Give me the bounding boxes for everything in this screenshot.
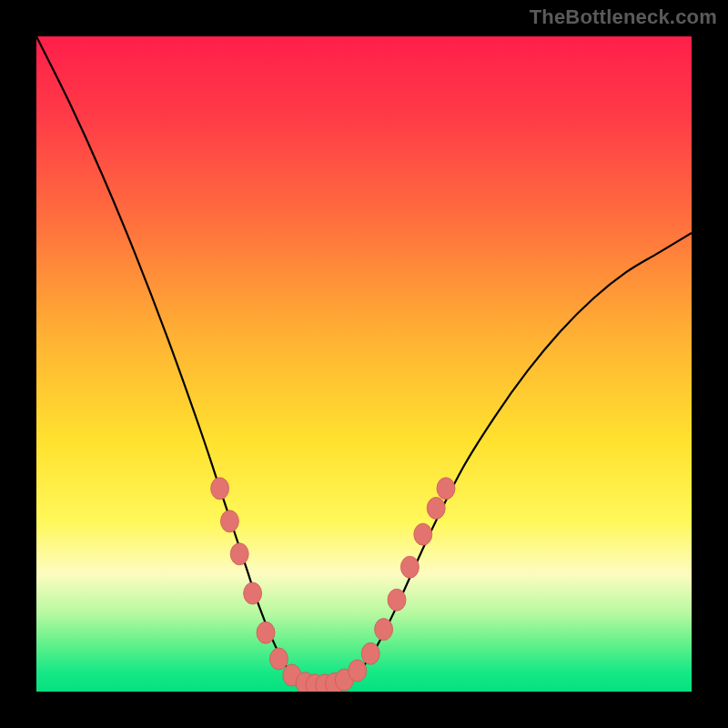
data-marker xyxy=(400,556,419,578)
data-marker xyxy=(375,619,393,641)
data-marker xyxy=(220,511,238,532)
chart-frame: TheBottleneck.com xyxy=(0,0,728,728)
data-marker xyxy=(269,648,288,670)
bottleneck-curve xyxy=(36,36,692,685)
curve-svg xyxy=(36,36,692,692)
data-marker xyxy=(437,478,455,500)
data-marker xyxy=(349,660,367,682)
data-marker xyxy=(257,622,275,643)
marker-group xyxy=(211,478,455,692)
attribution-label: TheBottleneck.com xyxy=(530,5,717,29)
data-marker xyxy=(244,582,262,604)
data-marker xyxy=(230,543,248,565)
data-marker xyxy=(211,478,229,500)
data-marker xyxy=(414,523,432,545)
plot-area xyxy=(36,36,692,692)
data-marker xyxy=(388,589,406,611)
data-marker xyxy=(427,497,445,519)
data-marker xyxy=(361,642,379,664)
